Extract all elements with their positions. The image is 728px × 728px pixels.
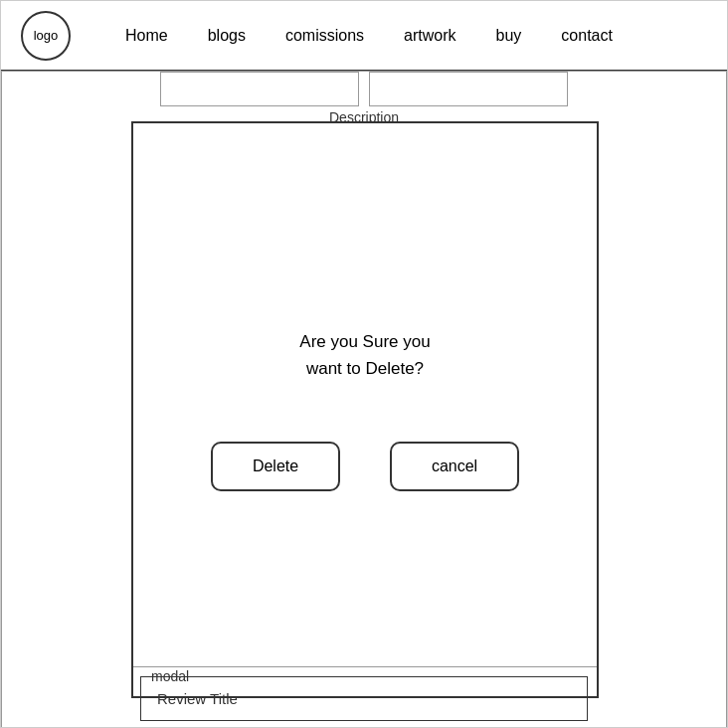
logo[interactable]: logo [21,11,71,61]
review-title-label: Review Title [157,690,238,707]
modal-question-line2: want to Delete? [306,359,424,378]
header: logo Home blogs comissions artwork buy c… [1,1,727,71]
review-title-box[interactable]: Review Title [140,676,588,721]
delete-button[interactable]: Delete [211,442,340,491]
modal-dialog: Are you Sure you want to Delete? Delete … [131,121,599,698]
nav-item-blogs[interactable]: blogs [208,27,246,45]
modal-question: Are you Sure you want to Delete? [299,328,430,382]
nav-item-comissions[interactable]: comissions [285,27,364,45]
nav-item-contact[interactable]: contact [561,27,613,45]
cancel-button[interactable]: cancel [390,442,519,491]
bg-tabs [2,72,726,106]
main-nav: Home blogs comissions artwork buy contac… [125,27,652,45]
modal-question-line1: Are you Sure you [299,332,430,351]
modal-buttons: Delete cancel [211,442,519,491]
main-content: Description Are you Sure you want to Del… [1,71,727,728]
bg-tab-right [369,72,568,106]
bg-tab-left [160,72,359,106]
bottom-strip: Review Title [2,668,726,728]
logo-label: logo [34,28,59,43]
nav-item-home[interactable]: Home [125,27,168,45]
nav-item-buy[interactable]: buy [496,27,522,45]
nav-item-artwork[interactable]: artwork [404,27,455,45]
